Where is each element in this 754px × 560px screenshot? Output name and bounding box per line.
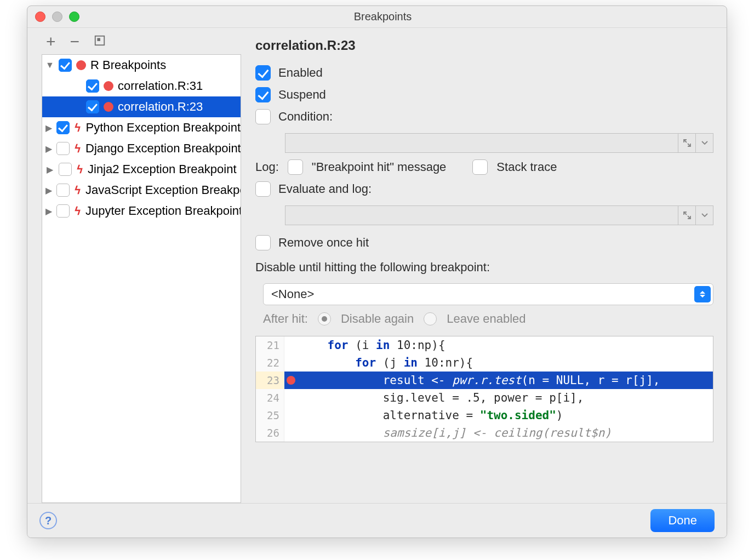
disclosure-icon[interactable]: ▶ [45, 164, 54, 175]
code-line: 25 alternative = "two.sided") [256, 407, 713, 424]
window-title: Breakpoints [79, 10, 686, 23]
suspend-label: Suspend [278, 88, 326, 102]
line-number: 23 [256, 372, 284, 389]
item-label: correlation.R:31 [118, 79, 203, 93]
tree-group[interactable]: ▶ϟJupyter Exception Breakpoint [42, 201, 241, 221]
tree-toolbar: + − [27, 35, 241, 54]
code-text: sig.level = .5, power = p[i], [298, 389, 584, 407]
after-hit-leave-radio[interactable] [424, 312, 437, 325]
svg-rect-1 [97, 38, 100, 41]
evaluate-log-checkbox[interactable] [255, 181, 271, 197]
group-label: R Breakpoints [90, 58, 166, 72]
item-checkbox[interactable] [86, 100, 99, 113]
exception-bolt-icon: ϟ [74, 142, 81, 155]
code-preview: 21 for (i in 10:np){22 for (j in 10:nr){… [255, 336, 713, 442]
disclosure-icon[interactable]: ▶ [45, 144, 52, 154]
disclosure-icon[interactable]: ▶ [45, 123, 52, 133]
group-by-icon[interactable] [94, 35, 106, 49]
exception-bolt-icon: ϟ [74, 204, 81, 218]
log-label: Log: [255, 160, 279, 174]
code-text: for (i in 10:np){ [298, 336, 445, 354]
condition-label: Condition: [278, 110, 333, 124]
line-number: 22 [256, 354, 284, 372]
exception-bolt-icon: ϟ [76, 163, 83, 176]
enabled-label: Enabled [278, 66, 323, 80]
code-text: result <- pwr.r.test(n = NULL, r = r[j], [298, 372, 660, 389]
minimize-icon [52, 12, 62, 22]
breakpoint-details-panel: correlation.R:23 Enabled Suspend Conditi… [241, 28, 727, 503]
condition-input[interactable] [285, 133, 713, 153]
after-hit-disable-label: Disable again [341, 312, 414, 326]
log-stack-label: Stack trace [496, 160, 557, 174]
line-number: 21 [256, 336, 284, 354]
disable-until-select[interactable]: <None> [263, 283, 713, 305]
code-line: 22 for (j in 10:nr){ [256, 354, 713, 372]
log-stack-checkbox[interactable] [472, 159, 488, 175]
expand-icon[interactable] [678, 206, 695, 225]
condition-checkbox[interactable] [255, 109, 271, 124]
suspend-checkbox[interactable] [255, 87, 271, 102]
breakpoint-tree[interactable]: ▼R Breakpointscorrelation.R:31correlatio… [42, 54, 241, 503]
log-hit-label: "Breakpoint hit" message [312, 160, 447, 174]
disclosure-icon[interactable]: ▼ [45, 60, 54, 70]
expand-icon[interactable] [678, 134, 695, 152]
group-checkbox[interactable] [56, 142, 70, 155]
breakpoint-dot-icon [287, 376, 295, 385]
code-line: 24 sig.level = .5, power = p[i], [256, 389, 713, 407]
after-hit-disable-radio[interactable] [318, 312, 331, 325]
group-label: Jinja2 Exception Breakpoint [88, 162, 237, 176]
line-number: 25 [256, 407, 284, 424]
exception-bolt-icon: ϟ [74, 184, 81, 197]
tree-item[interactable]: correlation.R:31 [42, 76, 241, 96]
breakpoint-dot-icon [104, 102, 113, 112]
tree-item[interactable]: correlation.R:23 [42, 96, 241, 117]
group-label: Python Exception Breakpoint [85, 121, 241, 135]
group-checkbox[interactable] [56, 184, 70, 197]
tree-group[interactable]: ▶ϟJinja2 Exception Breakpoint [42, 159, 241, 180]
breakpoints-dialog: Breakpoints + − ▼R Breakpointscorrelatio… [27, 5, 727, 538]
item-label: correlation.R:23 [118, 100, 203, 114]
breakpoint-dot-icon [104, 81, 113, 91]
remove-breakpoint-button[interactable]: − [70, 37, 80, 47]
dialog-footer: ? Done [27, 503, 727, 538]
titlebar: Breakpoints [27, 6, 727, 28]
tree-group[interactable]: ▶ϟDjango Exception Breakpoint [42, 138, 241, 159]
chevron-down-icon[interactable] [695, 206, 713, 225]
breakpoint-dot-icon [76, 60, 86, 70]
done-button[interactable]: Done [650, 509, 715, 532]
disable-until-label: Disable until hitting the following brea… [255, 260, 713, 275]
group-checkbox[interactable] [56, 121, 70, 134]
group-checkbox[interactable] [59, 163, 72, 176]
window-controls [35, 12, 79, 22]
enabled-checkbox[interactable] [255, 65, 271, 81]
disclosure-icon[interactable]: ▶ [45, 206, 52, 216]
evaluate-log-input[interactable] [285, 205, 713, 225]
breakpoint-tree-panel: + − ▼R Breakpointscorrelation.R:31correl… [27, 28, 241, 503]
group-label: JavaScript Exception Breakpoint [85, 183, 241, 197]
group-checkbox[interactable] [59, 59, 72, 72]
tree-group[interactable]: ▶ϟJavaScript Exception Breakpoint [42, 180, 241, 201]
group-label: Jupyter Exception Breakpoint [85, 204, 241, 218]
code-text: for (j in 10:nr){ [298, 354, 473, 372]
close-icon[interactable] [35, 12, 45, 22]
exception-bolt-icon: ϟ [74, 121, 81, 134]
maximize-icon[interactable] [69, 12, 79, 22]
tree-group[interactable]: ▶ϟPython Exception Breakpoint [42, 117, 241, 138]
chevron-down-icon[interactable] [695, 134, 713, 152]
remove-once-hit-checkbox[interactable] [255, 235, 271, 250]
evaluate-log-label: Evaluate and log: [278, 182, 372, 196]
breakpoint-gutter[interactable] [284, 376, 298, 385]
add-breakpoint-button[interactable]: + [46, 37, 56, 47]
log-hit-checkbox[interactable] [288, 159, 303, 175]
item-checkbox[interactable] [86, 79, 99, 93]
group-checkbox[interactable] [56, 204, 70, 218]
disclosure-icon[interactable]: ▶ [45, 185, 52, 196]
tree-group[interactable]: ▼R Breakpoints [42, 55, 241, 76]
code-text: samsize[i,j] <- ceiling(result$n) [298, 424, 612, 442]
code-text: alternative = "two.sided") [298, 407, 563, 424]
group-label: Django Exception Breakpoint [85, 141, 241, 156]
help-button[interactable]: ? [39, 512, 57, 529]
line-number: 26 [256, 424, 284, 442]
code-line: 26 samsize[i,j] <- ceiling(result$n) [256, 424, 713, 442]
line-number: 24 [256, 389, 284, 407]
